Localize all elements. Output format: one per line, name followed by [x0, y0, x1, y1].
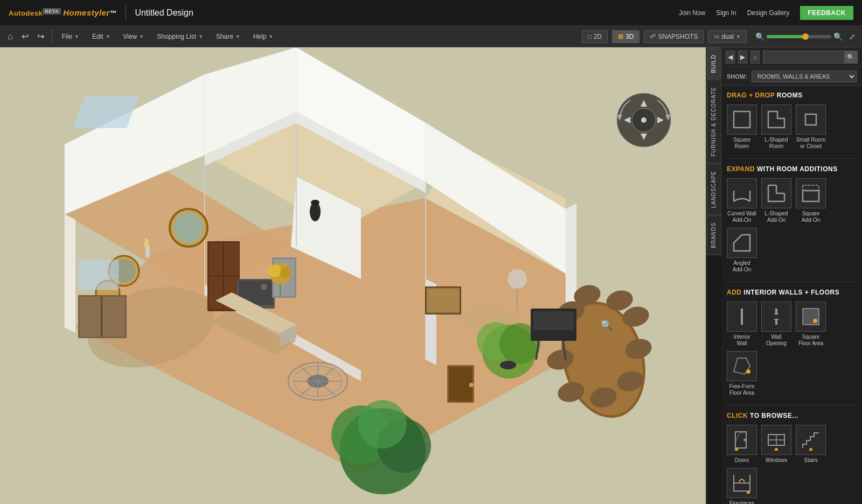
view-controls: □ 2D ▩ 3D ☍ SNAPSHOTS ▭ dual ▼ 🔍 🔍 ⤢ — [582, 30, 858, 43]
snapshots-btn[interactable]: ☍ SNAPSHOTS — [644, 30, 704, 43]
landscape-tab[interactable]: LANDSCAPE — [707, 164, 721, 215]
svg-rect-90 — [103, 297, 125, 337]
angled-addon-label: AngledAdd-On — [733, 260, 751, 273]
svg-rect-135 — [734, 483, 750, 491]
stairs-item[interactable]: Stairs — [796, 425, 826, 464]
help-arrow: ▼ — [269, 34, 274, 39]
divider-1 — [727, 158, 857, 159]
2d-view-btn[interactable]: □ 2D — [582, 30, 608, 43]
menu-bar: ⌂ ↩ ↪ File ▼ Edit ▼ View ▼ Shopping List… — [0, 26, 862, 47]
canvas-area[interactable]: 🔍 — [0, 47, 706, 504]
design-gallery-link[interactable]: Design Gallery — [747, 9, 790, 17]
small-room-label: Small Roomor Closet — [796, 137, 825, 150]
wall-opening-item[interactable]: WallOpening — [761, 302, 791, 347]
panel-search-input[interactable] — [763, 54, 844, 60]
svg-point-128 — [743, 439, 746, 441]
brands-tab[interactable]: BRANDS — [707, 215, 721, 255]
dual-btn[interactable]: ▭ dual ▼ — [708, 30, 747, 43]
click-browse-title: CLICK TO BROWSE... — [727, 412, 857, 419]
share-menu[interactable]: Share ▼ — [211, 30, 246, 44]
furnish-decorate-tab[interactable]: FURNISH & DECORATE — [707, 80, 721, 164]
undo-btn[interactable]: ↩ — [18, 29, 32, 44]
click-browse-grid: Doors W — [727, 425, 857, 504]
interior-walls-grid: InteriorWall — [727, 302, 857, 396]
svg-point-80 — [311, 200, 319, 205]
angled-addon-item[interactable]: AngledAdd-On — [727, 228, 757, 273]
nav-control — [614, 90, 673, 150]
svg-point-126 — [746, 369, 750, 374]
zoom-out-icon[interactable]: 🔍 — [755, 32, 764, 41]
square-room-item[interactable]: SquareRoom — [727, 104, 757, 150]
zoom-bar: 🔍 🔍 — [755, 32, 843, 41]
drag-drop-rooms-title: DRAG + DROP ROOMS — [727, 92, 857, 99]
title-divider — [126, 5, 126, 21]
l-shaped-room-item[interactable]: L-ShapedRoom — [761, 104, 791, 150]
shopping-arrow: ▼ — [198, 34, 203, 39]
sign-in-link[interactable]: Sign In — [716, 9, 736, 17]
square-floor-area-label: SquareFloor Area — [798, 334, 823, 347]
panel-home-btn[interactable]: ⌂ — [750, 51, 760, 64]
menu-bar-left: ⌂ ↩ ↪ File ▼ Edit ▼ View ▼ Shopping List… — [4, 29, 279, 44]
square-addon-item[interactable]: SquareAdd-On — [796, 178, 826, 223]
panel-search-btn[interactable]: 🔍 — [844, 51, 857, 64]
show-selector: SHOW: ROOMS, WALLS & AREAS FLOOR PLAN AL… — [721, 67, 862, 86]
feedback-button[interactable]: FEEDBACK — [800, 6, 853, 20]
side-tabs: BUILD FURNISH & DECORATE LANDSCAPE BRAND… — [706, 47, 721, 504]
join-now-link[interactable]: Join Now — [679, 9, 705, 17]
svg-point-78 — [261, 284, 267, 290]
small-room-icon — [796, 104, 826, 135]
l-shaped-addon-icon — [761, 178, 791, 208]
interior-wall-label: InteriorWall — [733, 334, 750, 347]
svg-marker-117 — [734, 235, 750, 251]
panel-search-box: 🔍 — [763, 51, 858, 64]
zoom-slider[interactable] — [767, 35, 831, 38]
svg-rect-89 — [80, 297, 101, 337]
edit-menu[interactable]: Edit ▼ — [87, 30, 116, 44]
shopping-list-menu[interactable]: Shopping List ▼ — [151, 30, 208, 44]
drag-drop-rooms-grid: SquareRoom L-ShapedRoom — [727, 104, 857, 150]
zoom-thumb[interactable] — [802, 33, 809, 40]
l-shaped-addon-item[interactable]: L-ShapedAdd-On — [761, 178, 791, 223]
fireplaces-label: Fireplaces — [729, 500, 754, 504]
curved-wall-item[interactable]: Curved WallAdd-On — [727, 178, 757, 223]
fullscreen-btn[interactable]: ⤢ — [847, 30, 858, 43]
fireplaces-item[interactable]: Fireplaces — [727, 468, 757, 504]
zoom-in-icon[interactable]: 🔍 — [833, 32, 843, 41]
svg-point-103 — [641, 117, 646, 123]
svg-rect-74 — [427, 289, 459, 312]
svg-point-57 — [500, 361, 516, 369]
canvas-zoom-icon[interactable]: 🔍 — [601, 319, 613, 331]
design-title: Untitled Design — [135, 8, 193, 18]
help-menu[interactable]: Help ▼ — [248, 30, 279, 44]
nav-forward-btn[interactable]: ▶ — [738, 51, 747, 64]
redo-btn[interactable]: ↪ — [34, 29, 47, 44]
show-dropdown[interactable]: ROOMS, WALLS & AREAS FLOOR PLAN ALL OBJE… — [752, 71, 857, 82]
square-room-icon — [727, 104, 757, 135]
square-floor-area-item[interactable]: SquareFloor Area — [796, 302, 826, 347]
3d-view-btn[interactable]: ▩ 3D — [612, 30, 639, 43]
share-arrow: ▼ — [235, 34, 240, 39]
build-tab[interactable]: BUILD — [707, 47, 721, 80]
svg-point-77 — [249, 285, 258, 294]
small-room-item[interactable]: Small Roomor Closet — [796, 104, 826, 150]
windows-icon — [761, 425, 791, 455]
top-right-nav: Join Now Sign In Design Gallery FEEDBACK — [679, 6, 853, 20]
room-additions-grid: Curved WallAdd-On — [727, 178, 857, 273]
svg-marker-6 — [65, 214, 75, 333]
top-bar: AutodeskBETA Homestyler™ Untitled Design… — [0, 0, 862, 26]
interior-wall-item[interactable]: InteriorWall — [727, 302, 757, 347]
file-menu[interactable]: File ▼ — [57, 30, 85, 44]
free-form-floor-area-item[interactable]: Free-FormFloor Area — [727, 351, 757, 396]
windows-item[interactable]: Windows — [761, 425, 791, 464]
edit-arrow: ▼ — [106, 34, 110, 39]
nav-back-btn[interactable]: ◀ — [726, 51, 735, 64]
stairs-icon — [796, 425, 826, 455]
home-icon-btn[interactable]: ⌂ — [4, 30, 16, 44]
angled-addon-icon — [727, 228, 757, 258]
view-menu[interactable]: View ▼ — [118, 30, 150, 44]
fireplaces-icon — [727, 468, 757, 498]
show-label: SHOW: — [727, 73, 747, 80]
svg-point-29 — [173, 213, 204, 243]
doors-item[interactable]: Doors — [727, 425, 757, 464]
square-floor-area-icon — [796, 302, 826, 332]
